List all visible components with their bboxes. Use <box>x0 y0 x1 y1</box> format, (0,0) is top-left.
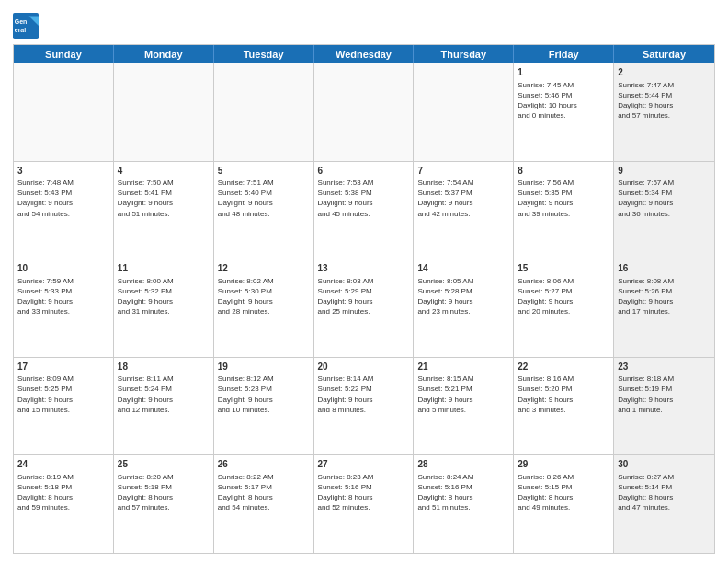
cell-text: Sunrise: 8:15 AM Sunset: 5:21 PM Dayligh… <box>417 373 509 415</box>
day-number: 24 <box>17 458 109 471</box>
day-number: 26 <box>218 458 310 471</box>
calendar-cell: 12Sunrise: 8:02 AM Sunset: 5:30 PM Dayli… <box>214 259 314 357</box>
day-number: 9 <box>618 165 711 178</box>
calendar-cell <box>114 63 214 161</box>
cell-text: Sunrise: 7:53 AM Sunset: 5:38 PM Dayligh… <box>318 178 410 219</box>
day-number: 13 <box>318 262 410 275</box>
cell-text: Sunrise: 8:12 AM Sunset: 5:23 PM Dayligh… <box>218 373 310 415</box>
calendar-cell: 28Sunrise: 8:24 AM Sunset: 5:16 PM Dayli… <box>414 455 514 553</box>
calendar-cell: 14Sunrise: 8:05 AM Sunset: 5:28 PM Dayli… <box>414 259 514 357</box>
cell-text: Sunrise: 8:05 AM Sunset: 5:28 PM Dayligh… <box>417 276 509 317</box>
cell-text: Sunrise: 7:48 AM Sunset: 5:43 PM Dayligh… <box>17 178 109 219</box>
cell-text: Sunrise: 8:09 AM Sunset: 5:25 PM Dayligh… <box>17 373 109 415</box>
day-number: 29 <box>518 458 609 471</box>
day-number: 1 <box>518 66 609 79</box>
cell-text: Sunrise: 8:26 AM Sunset: 5:15 PM Dayligh… <box>518 472 609 513</box>
calendar-cell: 13Sunrise: 8:03 AM Sunset: 5:29 PM Dayli… <box>314 259 415 357</box>
day-number: 20 <box>318 361 410 373</box>
day-number: 16 <box>618 262 711 275</box>
calendar-cell: 9Sunrise: 7:57 AM Sunset: 5:34 PM Daylig… <box>614 162 714 259</box>
weekday-header: Thursday <box>414 45 514 63</box>
cell-text: Sunrise: 8:14 AM Sunset: 5:22 PM Dayligh… <box>318 373 410 415</box>
calendar-cell: 10Sunrise: 7:59 AM Sunset: 5:33 PM Dayli… <box>14 259 114 357</box>
cell-text: Sunrise: 7:47 AM Sunset: 5:44 PM Dayligh… <box>618 80 711 121</box>
calendar-cell: 22Sunrise: 8:16 AM Sunset: 5:20 PM Dayli… <box>514 358 614 455</box>
logo-icon: Gen eral <box>13 13 39 39</box>
calendar-cell: 11Sunrise: 8:00 AM Sunset: 5:32 PM Dayli… <box>114 259 214 357</box>
calendar-header: SundayMondayTuesdayWednesdayThursdayFrid… <box>14 45 714 63</box>
calendar-row: 17Sunrise: 8:09 AM Sunset: 5:25 PM Dayli… <box>14 358 714 456</box>
cell-text: Sunrise: 8:19 AM Sunset: 5:18 PM Dayligh… <box>17 472 109 513</box>
calendar-cell: 27Sunrise: 8:23 AM Sunset: 5:16 PM Dayli… <box>314 455 415 553</box>
weekday-header: Tuesday <box>214 45 314 63</box>
cell-text: Sunrise: 7:57 AM Sunset: 5:34 PM Dayligh… <box>618 178 711 219</box>
cell-text: Sunrise: 8:08 AM Sunset: 5:26 PM Dayligh… <box>618 276 711 317</box>
calendar-cell: 23Sunrise: 8:18 AM Sunset: 5:19 PM Dayli… <box>614 358 714 455</box>
weekday-header: Wednesday <box>314 45 415 63</box>
calendar-cell: 16Sunrise: 8:08 AM Sunset: 5:26 PM Dayli… <box>614 259 714 357</box>
weekday-header: Sunday <box>14 45 114 63</box>
calendar-cell: 18Sunrise: 8:11 AM Sunset: 5:24 PM Dayli… <box>114 358 214 455</box>
day-number: 22 <box>518 361 609 373</box>
calendar-cell: 29Sunrise: 8:26 AM Sunset: 5:15 PM Dayli… <box>514 455 614 553</box>
cell-text: Sunrise: 8:27 AM Sunset: 5:14 PM Dayligh… <box>618 472 711 513</box>
calendar-cell: 20Sunrise: 8:14 AM Sunset: 5:22 PM Dayli… <box>314 358 415 455</box>
day-number: 27 <box>318 458 410 471</box>
calendar-cell <box>414 63 514 161</box>
calendar-cell: 25Sunrise: 8:20 AM Sunset: 5:18 PM Dayli… <box>114 455 214 553</box>
day-number: 8 <box>518 165 609 178</box>
calendar-cell: 8Sunrise: 7:56 AM Sunset: 5:35 PM Daylig… <box>514 162 614 259</box>
cell-text: Sunrise: 8:23 AM Sunset: 5:16 PM Dayligh… <box>318 472 410 513</box>
cell-text: Sunrise: 8:06 AM Sunset: 5:27 PM Dayligh… <box>518 276 609 317</box>
day-number: 10 <box>17 262 109 275</box>
cell-text: Sunrise: 8:03 AM Sunset: 5:29 PM Dayligh… <box>318 276 410 317</box>
calendar-cell: 5Sunrise: 7:51 AM Sunset: 5:40 PM Daylig… <box>214 162 314 259</box>
cell-text: Sunrise: 8:00 AM Sunset: 5:32 PM Dayligh… <box>118 276 210 317</box>
calendar-row: 1Sunrise: 7:45 AM Sunset: 5:46 PM Daylig… <box>14 63 714 162</box>
day-number: 7 <box>417 165 509 178</box>
cell-text: Sunrise: 8:11 AM Sunset: 5:24 PM Dayligh… <box>118 373 210 415</box>
calendar-cell: 30Sunrise: 8:27 AM Sunset: 5:14 PM Dayli… <box>614 455 714 553</box>
weekday-header: Saturday <box>614 45 714 63</box>
day-number: 21 <box>417 361 509 373</box>
calendar-cell: 21Sunrise: 8:15 AM Sunset: 5:21 PM Dayli… <box>414 358 514 455</box>
logo: Gen eral <box>13 13 42 39</box>
calendar-cell: 4Sunrise: 7:50 AM Sunset: 5:41 PM Daylig… <box>114 162 214 259</box>
cell-text: Sunrise: 8:20 AM Sunset: 5:18 PM Dayligh… <box>118 472 210 513</box>
cell-text: Sunrise: 7:50 AM Sunset: 5:41 PM Dayligh… <box>118 178 210 219</box>
day-number: 5 <box>218 165 310 178</box>
calendar-cell: 26Sunrise: 8:22 AM Sunset: 5:17 PM Dayli… <box>214 455 314 553</box>
day-number: 12 <box>218 262 310 275</box>
cell-text: Sunrise: 8:02 AM Sunset: 5:30 PM Dayligh… <box>218 276 310 317</box>
svg-text:eral: eral <box>15 27 27 33</box>
day-number: 30 <box>618 458 711 471</box>
calendar-body: 1Sunrise: 7:45 AM Sunset: 5:46 PM Daylig… <box>14 63 714 553</box>
cell-text: Sunrise: 8:16 AM Sunset: 5:20 PM Dayligh… <box>518 373 609 415</box>
calendar-cell: 19Sunrise: 8:12 AM Sunset: 5:23 PM Dayli… <box>214 358 314 455</box>
calendar-cell: 3Sunrise: 7:48 AM Sunset: 5:43 PM Daylig… <box>14 162 114 259</box>
weekday-header: Monday <box>114 45 214 63</box>
weekday-header: Friday <box>514 45 614 63</box>
cell-text: Sunrise: 8:22 AM Sunset: 5:17 PM Dayligh… <box>218 472 310 513</box>
calendar-cell: 7Sunrise: 7:54 AM Sunset: 5:37 PM Daylig… <box>414 162 514 259</box>
calendar-cell <box>14 63 114 161</box>
calendar-cell: 24Sunrise: 8:19 AM Sunset: 5:18 PM Dayli… <box>14 455 114 553</box>
day-number: 28 <box>417 458 509 471</box>
day-number: 3 <box>17 165 109 178</box>
svg-text:Gen: Gen <box>15 18 28 25</box>
day-number: 4 <box>118 165 210 178</box>
day-number: 6 <box>318 165 410 178</box>
day-number: 15 <box>518 262 609 275</box>
day-number: 25 <box>118 458 210 471</box>
calendar-cell: 17Sunrise: 8:09 AM Sunset: 5:25 PM Dayli… <box>14 358 114 455</box>
cell-text: Sunrise: 7:51 AM Sunset: 5:40 PM Dayligh… <box>218 178 310 219</box>
calendar-row: 10Sunrise: 7:59 AM Sunset: 5:33 PM Dayli… <box>14 259 714 358</box>
calendar-cell <box>214 63 314 161</box>
cell-text: Sunrise: 7:59 AM Sunset: 5:33 PM Dayligh… <box>17 276 109 317</box>
calendar-row: 24Sunrise: 8:19 AM Sunset: 5:18 PM Dayli… <box>14 455 714 553</box>
day-number: 18 <box>118 361 210 373</box>
calendar: SundayMondayTuesdayWednesdayThursdayFrid… <box>13 44 715 554</box>
cell-text: Sunrise: 7:54 AM Sunset: 5:37 PM Dayligh… <box>417 178 509 219</box>
day-number: 19 <box>218 361 310 373</box>
calendar-row: 3Sunrise: 7:48 AM Sunset: 5:43 PM Daylig… <box>14 162 714 260</box>
